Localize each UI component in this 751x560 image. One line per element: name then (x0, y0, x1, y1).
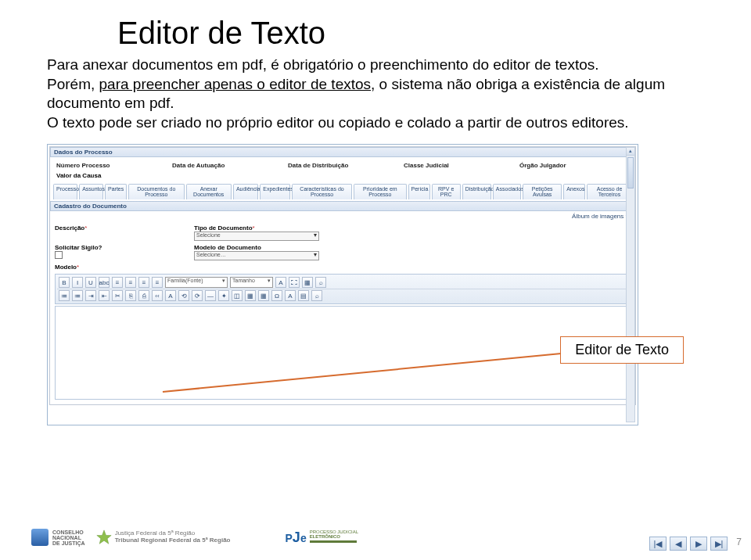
table-icon[interactable]: ◫ (232, 290, 243, 301)
page-number: 7 (736, 537, 742, 547)
label-classe-judicial: Classe Judicial (404, 162, 513, 169)
footer: CONSELHONACIONALDE JUSTIÇA Justiça Feder… (0, 522, 751, 552)
label-solicitar-sigilo: Solicitar Sigilo? (55, 244, 180, 251)
strike-button[interactable]: abc (99, 277, 110, 288)
table-row-icon[interactable]: ▦ (245, 290, 256, 301)
nav-last-button[interactable]: ▶| (710, 537, 728, 551)
scroll-up-icon[interactable]: ▴ (627, 148, 634, 156)
cnj-text: CONSELHONACIONALDE JUSTIÇA (52, 529, 85, 546)
pje-logo: PJe (286, 529, 307, 546)
tab-rpv[interactable]: RPV e PRC (432, 184, 461, 199)
tab-caracteristicas[interactable]: Características do Processo (292, 184, 352, 199)
align-justify-icon[interactable]: ≡ (152, 277, 163, 288)
tab-processo[interactable]: Processo (53, 184, 77, 199)
omega-icon[interactable]: Ω (271, 290, 282, 301)
paste-icon[interactable]: ⎙ (138, 290, 149, 301)
tab-anexar[interactable]: Anexar Documentos (186, 184, 232, 199)
nav-next-button[interactable]: ▶ (690, 537, 707, 551)
fullscreen-icon[interactable]: ⛶ (289, 277, 300, 288)
para-2a: Porém, (47, 76, 99, 92)
redo-icon[interactable]: ⟳ (192, 290, 203, 301)
editor-toolbar: B I U abc ≡ ≡ ≡ ≡ Família(Fonte) Tamanho… (55, 274, 631, 304)
section-header-cadastro: Cadastro do Documento (50, 201, 635, 211)
section-header-dados: Dados do Processo (50, 147, 635, 157)
tab-associados[interactable]: Associados (493, 184, 521, 199)
label-data-autuacao: Data de Autuação (172, 162, 282, 169)
tab-strip: Processo Assuntos Partes Documentos do P… (50, 184, 635, 199)
tab-distribuicao[interactable]: Distribuição (462, 184, 491, 199)
body-paragraph: Para anexar documentos em pdf, é obrigat… (47, 56, 704, 133)
outdent-icon[interactable]: ⇤ (99, 290, 110, 301)
label-modelo: Modelo (55, 264, 77, 271)
nav-first-button[interactable]: |◀ (649, 537, 667, 551)
para-2-underline: para preencher apenas o editor de textos (99, 76, 372, 92)
jf-text: Justiça Federal da 5ª RegiãoTribunal Reg… (115, 530, 231, 544)
label-modelo-documento: Modelo de Documento (194, 244, 350, 251)
copy-icon[interactable]: ⎘ (125, 290, 136, 301)
checkbox-sigilo[interactable] (55, 251, 63, 259)
find-icon[interactable]: ⌕ (315, 277, 326, 288)
svg-marker-0 (96, 530, 110, 544)
align-right-icon[interactable]: ≡ (138, 277, 149, 288)
special-icon[interactable]: ✦ (218, 290, 229, 301)
label-tipo-documento: Tipo de Documento (194, 224, 253, 232)
pje-text-2: ELETRÔNICO (310, 534, 358, 539)
vertical-scrollbar[interactable]: ▴ (626, 147, 635, 422)
tab-documentos[interactable]: Documentos do Processo (128, 184, 185, 199)
para-3: O texto pode ser criado no próprio edito… (47, 114, 629, 131)
font-size-select[interactable]: Tamanho (230, 277, 273, 288)
label-orgao-julgador: Órgão Julgador (519, 162, 629, 169)
cnj-logo-icon (31, 529, 49, 546)
undo-icon[interactable]: ⟲ (178, 290, 189, 301)
layout-icon[interactable]: ▤ (298, 290, 309, 301)
format-icon[interactable]: A (275, 277, 286, 288)
tab-partes[interactable]: Partes (105, 184, 127, 199)
cut-icon[interactable]: ✂ (112, 290, 123, 301)
label-numero-processo: Número Processo (56, 162, 166, 169)
editor-textarea[interactable] (55, 306, 631, 400)
jf-star-icon (96, 529, 112, 545)
screenshot-app: ▴ Dados do Processo Número Processo Data… (47, 144, 638, 425)
image-icon[interactable]: ▦ (302, 277, 313, 288)
align-left-icon[interactable]: ≡ (112, 277, 123, 288)
select-modelo-documento[interactable]: Selecione… (194, 251, 319, 260)
para-1: Para anexar documentos em pdf, é obrigat… (47, 56, 599, 73)
tab-anexos[interactable]: Anexos (563, 184, 585, 199)
underline-button[interactable]: U (85, 277, 96, 288)
font-family-select[interactable]: Família(Fonte) (165, 277, 228, 288)
indent-icon[interactable]: ⇥ (85, 290, 96, 301)
album-imagens-link[interactable]: Álbum de imagens » (50, 211, 635, 221)
label-descricao: Descrição (55, 224, 84, 232)
slide-nav: |◀ ◀ ▶ ▶| (649, 537, 728, 551)
label-data-distribuicao: Data de Distribuição (288, 162, 397, 169)
pje-text-1: PROCESSO JUDICIAL (310, 529, 358, 534)
scroll-thumb[interactable] (627, 157, 634, 188)
label-valor-causa: Valor da Causa (50, 171, 635, 184)
tab-assuntos[interactable]: Assuntos (79, 184, 103, 199)
tab-peticoes[interactable]: Petições Avulsas (523, 184, 562, 199)
hr-icon[interactable]: — (205, 290, 216, 301)
callout-label: Editor de Texto (560, 336, 684, 364)
bold-button[interactable]: B (59, 277, 70, 288)
italic-button[interactable]: I (72, 277, 83, 288)
highlight-icon[interactable]: A (285, 290, 296, 301)
quote-icon[interactable]: ‹‹ (152, 290, 163, 301)
tab-expedientes[interactable]: Expedientes (260, 184, 290, 199)
table-col-icon[interactable]: ▦ (258, 290, 269, 301)
tab-audiencia[interactable]: Audiência (233, 184, 258, 199)
pje-bar (310, 540, 357, 543)
nav-prev-button[interactable]: ◀ (670, 537, 687, 551)
tab-pericia[interactable]: Perícia (408, 184, 430, 199)
tab-prioridade[interactable]: Prioridade em Processo (354, 184, 406, 199)
select-tipo-documento[interactable]: Selecione (194, 232, 319, 241)
page-title: Editor de Texto (117, 16, 704, 51)
list-bullet-icon[interactable]: ≔ (59, 290, 70, 301)
zoom-icon[interactable]: ⌕ (311, 290, 322, 301)
list-number-icon[interactable]: ≔ (72, 290, 83, 301)
text-color-icon[interactable]: A (165, 290, 176, 301)
align-center-icon[interactable]: ≡ (125, 277, 136, 288)
